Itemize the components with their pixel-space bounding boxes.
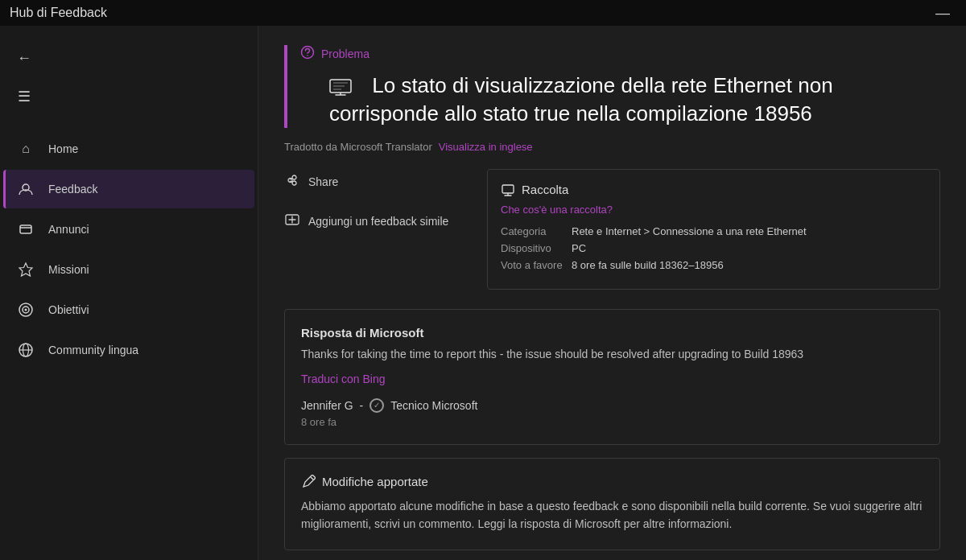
- sidebar-label-community: Community lingua: [48, 344, 138, 356]
- modifiche-header: Modifiche apportate: [301, 475, 923, 489]
- raccolta-panel: Raccolta Che cos'è una raccolta? Categor…: [487, 169, 940, 290]
- content-area: Problema Lo stato di visualizzazione del…: [258, 26, 966, 560]
- action-buttons: Share Aggiungi un feedback simile: [284, 169, 461, 290]
- response-time: 8 ore fa: [301, 416, 923, 428]
- modifiche-card: Modifiche apportate Abbiamo apportato al…: [284, 458, 940, 550]
- raccolta-title: Raccolta: [522, 183, 568, 196]
- voto-label: Voto a favore: [501, 259, 565, 271]
- add-similar-label: Aggiungi un feedback simile: [308, 215, 448, 228]
- problem-tag: Problema: [300, 45, 940, 63]
- verified-icon: ✓: [369, 398, 384, 413]
- back-button[interactable]: ←: [6, 40, 42, 76]
- categoria-label: Categoria: [501, 225, 565, 237]
- feedback-icon: [16, 179, 35, 199]
- dispositivo-value: PC: [572, 242, 586, 254]
- modifiche-text: Abbiamo apportato alcune modifiche in ba…: [301, 497, 923, 533]
- titlebar-title: Hub di Feedback: [10, 6, 107, 20]
- menu-button[interactable]: ☰: [6, 79, 42, 114]
- sidebar-item-home[interactable]: ⌂ Home: [3, 130, 254, 168]
- microsoft-response-card: Risposta di Microsoft Thanks for taking …: [284, 309, 940, 445]
- missioni-icon: [16, 260, 35, 279]
- sidebar-item-obiettivi[interactable]: Obiettivi: [3, 290, 254, 329]
- add-similar-button[interactable]: Aggiungi un feedback simile: [284, 208, 461, 235]
- sidebar-label-feedback: Feedback: [48, 183, 97, 196]
- obiettivi-icon: [16, 300, 35, 319]
- sidebar-item-community[interactable]: Community lingua: [3, 331, 254, 369]
- svg-rect-1: [20, 225, 31, 233]
- raccolta-header: Raccolta: [501, 183, 927, 197]
- share-button[interactable]: Share: [284, 169, 461, 196]
- feedback-title-text: Lo stato di visualizzazione della rete E…: [329, 73, 833, 126]
- two-col-section: Share Aggiungi un feedback simile: [284, 169, 940, 290]
- raccolta-row-dispositivo: Dispositivo PC: [501, 242, 927, 254]
- raccolta-row-categoria: Categoria Rete e Internet > Connessione …: [501, 225, 927, 237]
- sidebar-label-obiettivi: Obiettivi: [48, 303, 89, 316]
- community-icon: [16, 340, 35, 360]
- add-similar-icon: [284, 212, 300, 232]
- translator-text: Tradotto da Microsoft Translator: [284, 141, 432, 153]
- back-icon: ←: [17, 50, 31, 67]
- response-text: Thanks for taking the time to report thi…: [301, 346, 923, 363]
- modifiche-title: Modifiche apportate: [322, 475, 428, 488]
- feedback-title: Lo stato di visualizzazione della rete E…: [300, 72, 940, 128]
- svg-point-5: [25, 309, 27, 311]
- view-english-link[interactable]: Visualizza in inglese: [439, 141, 533, 153]
- svg-point-9: [307, 55, 308, 56]
- translator-note: Tradotto da Microsoft Translator Visuali…: [284, 141, 940, 153]
- translate-bing-link[interactable]: Traduci con Bing: [301, 373, 923, 385]
- hamburger-icon: ☰: [18, 88, 31, 105]
- share-label: Share: [308, 175, 338, 188]
- main-layout: ← ☰ ⌂ Home Feedback: [0, 26, 966, 560]
- raccolta-row-voto: Voto a favore 8 ore fa sulle build 18362…: [501, 259, 927, 271]
- sidebar-label-home: Home: [48, 142, 78, 155]
- svg-rect-12: [502, 185, 514, 193]
- sidebar-top-actions: ← ☰: [0, 32, 258, 122]
- problem-label: Problema: [321, 47, 369, 60]
- voto-value: 8 ore fa sulle build 18362–18956: [572, 259, 724, 271]
- dispositivo-label: Dispositivo: [501, 242, 565, 254]
- sidebar-nav: ⌂ Home Feedback: [0, 129, 258, 370]
- share-icon: [284, 172, 300, 192]
- sidebar-item-annunci[interactable]: Annunci: [3, 210, 254, 249]
- author-badge: Tecnico Microsoft: [390, 399, 477, 412]
- problem-icon: [300, 45, 315, 63]
- categoria-value: Rete e Internet > Connessione a una rete…: [572, 225, 807, 237]
- titlebar: Hub di Feedback —: [0, 0, 966, 26]
- response-title: Risposta di Microsoft: [301, 326, 923, 340]
- minimize-button[interactable]: —: [929, 5, 956, 22]
- sidebar-item-missioni[interactable]: Missioni: [3, 250, 254, 289]
- home-icon: ⌂: [16, 139, 35, 159]
- what-is-raccolta-link[interactable]: Che cos'è una raccolta?: [501, 204, 927, 216]
- svg-marker-2: [19, 263, 32, 276]
- author-name: Jennifer G: [301, 399, 353, 412]
- author-line: Jennifer G - ✓ Tecnico Microsoft: [301, 398, 923, 413]
- feedback-header-section: Problema Lo stato di visualizzazione del…: [284, 45, 940, 128]
- sidebar-label-annunci: Annunci: [48, 223, 89, 236]
- separator: -: [360, 399, 364, 412]
- sidebar-label-missioni: Missioni: [48, 263, 89, 276]
- sidebar: ← ☰ ⌂ Home Feedback: [0, 26, 258, 560]
- sidebar-item-feedback[interactable]: Feedback: [3, 170, 254, 208]
- annunci-icon: [16, 220, 35, 239]
